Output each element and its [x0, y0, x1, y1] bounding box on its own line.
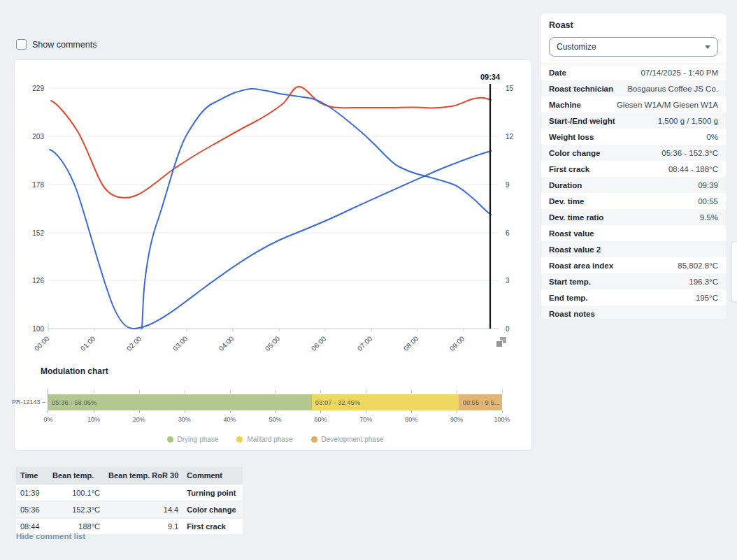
modulation-tick-label: 10% [87, 416, 100, 423]
detail-label: Roast technician [549, 85, 613, 93]
main-chart: 229203178152126100 15129630 00:0001:0002… [15, 60, 533, 362]
legend-dot [311, 436, 317, 443]
cell-ror [104, 484, 183, 501]
modulation-tick-label: 100% [494, 416, 510, 423]
roast-detail-row: Weight loss0% [541, 129, 727, 145]
layers-icon-front [496, 340, 503, 347]
chevron-down-icon [705, 45, 710, 49]
modulation-tick-mark [94, 390, 94, 394]
roast-detail-row: Dev. time ratio9.5% [541, 209, 727, 225]
axis-tick-label: 9 [506, 181, 510, 189]
detail-label: Color change [549, 149, 600, 157]
modulation-tick-mark [320, 390, 321, 394]
phase-segment[interactable]: 03:07 - 32.45% [312, 394, 459, 410]
legend-dot [167, 436, 173, 443]
panel-title: Roast [541, 13, 727, 36]
detail-label: Machine [549, 101, 581, 109]
modulation-tick-mark [366, 410, 366, 413]
detail-label: First crack [549, 165, 589, 173]
roast-chart-card: 229203178152126100 15129630 00:0001:0002… [14, 59, 532, 451]
detail-label: Date [549, 69, 566, 77]
roast-detail-row: Dev. time00:55 [541, 193, 727, 209]
modulation-tick-label: 50% [269, 416, 281, 423]
axis-tick-label: 08:00 [402, 334, 420, 352]
layers-icon[interactable] [496, 337, 506, 347]
detail-label: Roast area index [549, 261, 613, 270]
detail-value: 196.3°C [689, 278, 718, 286]
cell-ror: 9.1 [104, 518, 183, 535]
modulation-tick-mark [276, 390, 276, 394]
detail-label: Roast value [549, 229, 594, 238]
modulation-tick-mark [185, 390, 185, 394]
comment-table-header-cell: Comment [183, 467, 243, 484]
modulation-row: PR-12143 – 05:36 - 58.06%03:07 - 32.45%0… [15, 394, 533, 410]
axis-tick-label: 229 [32, 85, 44, 92]
show-comments-label: Show comments [32, 40, 96, 50]
cell-comment: Turning point [183, 484, 243, 501]
hide-comment-list-link[interactable]: Hide comment list [16, 532, 85, 540]
show-comments-checkbox[interactable] [16, 39, 27, 50]
detail-label: Roast value 2 [549, 245, 601, 254]
detail-value: 195°C [696, 294, 718, 302]
axis-tick-label: 01:00 [79, 334, 97, 352]
modulation-tick-mark [366, 390, 366, 394]
legend-dot [236, 436, 243, 443]
modulation-tick-label: 60% [314, 416, 327, 423]
modulation-tick-label: 70% [359, 416, 372, 423]
time-marker-label: 09:34 [480, 73, 501, 81]
detail-label: Roast notes [549, 310, 595, 318]
cell-comment: First crack [183, 518, 243, 535]
modulation-tick-mark [457, 410, 457, 413]
legend-label: Development phase [322, 436, 384, 443]
detail-value: 08:44 - 188°C [668, 165, 718, 173]
side-panel-handle[interactable] [731, 241, 737, 302]
roast-detail-row: Roast notes [541, 306, 727, 320]
modulation-tick-mark [230, 390, 231, 394]
axis-tick-label: 06:00 [310, 334, 328, 352]
modulation-tick-label: 90% [450, 416, 463, 423]
detail-value: 85,802.8°C [678, 261, 718, 270]
phase-bar: 05:36 - 58.06%03:07 - 32.45%00:55 - 9.5.… [48, 394, 502, 410]
customize-dropdown[interactable]: Customize [549, 37, 718, 57]
detail-value: 07/14/2025 - 1:40 PM [641, 69, 718, 77]
detail-value: 09:39 [698, 181, 718, 189]
detail-label: Start-/End weight [549, 117, 615, 125]
axis-tick-label: 03:00 [171, 334, 189, 352]
detail-label: Weight loss [549, 133, 594, 141]
axis-tick-label: 178 [32, 181, 44, 189]
gridlines [48, 88, 499, 280]
modulation-tick-label: 80% [405, 416, 417, 423]
bean-temp-ror-line [142, 89, 491, 329]
detail-value: Giesen W1A/M Giesen W1A [617, 101, 718, 109]
modulation-tick-mark [502, 390, 503, 394]
phase-segment[interactable]: 00:55 - 9.5... [459, 394, 502, 410]
detail-label: End temp. [549, 294, 588, 302]
phase-segment[interactable]: 05:36 - 58.06% [48, 394, 312, 410]
roast-detail-row: Roast value [541, 225, 727, 241]
axis-tick-label: 09:00 [448, 334, 466, 352]
comment-table-header-cell: Bean temp. [48, 467, 104, 484]
cell-ror: 14.4 [104, 501, 183, 518]
x-axis-ticks [48, 329, 464, 331]
modulation-tick-mark [457, 390, 457, 394]
modulation-tick-label: 30% [178, 416, 191, 423]
detail-label: Dev. time [549, 197, 584, 206]
roast-detail-row: Color change05:36 - 152.3°C [541, 145, 727, 161]
modulation-tick-mark [230, 410, 231, 413]
show-comments-control: Show comments [16, 39, 96, 50]
roast-detail-row: Start-/End weight1,500 g / 1,500 g [541, 113, 727, 129]
dropdown-value: Customize [557, 42, 596, 52]
roast-detail-rows: Date07/14/2025 - 1:40 PMRoast technician… [541, 64, 727, 320]
modulation-tick-mark [185, 410, 185, 413]
detail-label: Start temp. [549, 278, 591, 286]
axis-tick-label: 3 [506, 277, 510, 285]
axis-tick-label: 203 [32, 133, 44, 141]
modulation-tick-mark [502, 410, 503, 413]
cell-comment: Color change [183, 501, 243, 518]
roast-detail-row: Roast value 2 [541, 241, 727, 257]
detail-value: Bosgaurus Coffee JS Co. [627, 85, 718, 93]
modulation-chart-title: Modulation chart [41, 366, 108, 376]
modulation-tick-mark [94, 410, 94, 413]
roast-detail-row: Start temp.196.3°C [541, 273, 727, 289]
modulation-tick-label: 40% [224, 416, 236, 423]
